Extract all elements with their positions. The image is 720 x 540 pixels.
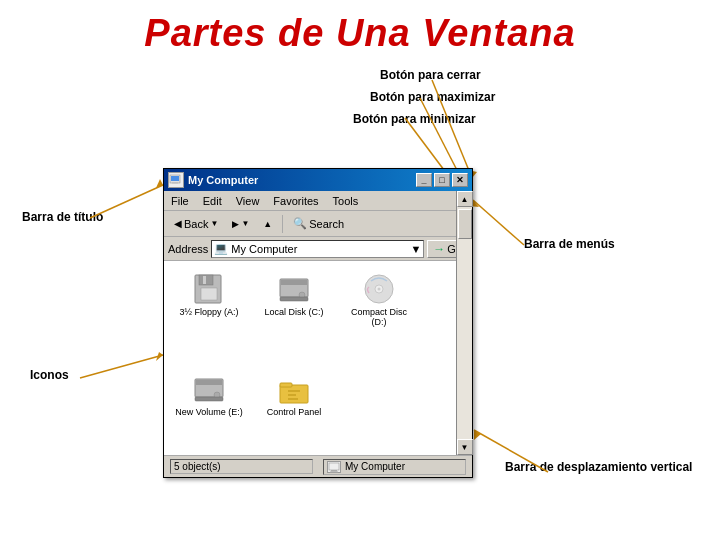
back-dropdown-icon: ▼ <box>210 219 218 228</box>
scroll-down-button[interactable]: ▼ <box>457 439 473 455</box>
menu-file[interactable]: File <box>168 194 192 208</box>
forward-icon: ▶ <box>232 219 239 229</box>
icon-floppy-label: 3½ Floppy (A:) <box>179 307 238 317</box>
svg-line-8 <box>473 200 524 245</box>
forward-button[interactable]: ▶ ▼ <box>226 217 255 231</box>
page-title: Partes de Una Ventana <box>0 0 720 55</box>
scroll-thumb[interactable] <box>458 209 472 239</box>
icon-floppy[interactable]: 3½ Floppy (A:) <box>174 271 244 317</box>
label-barra-desplazamiento: Barra de desplazamiento vertical <box>505 460 692 474</box>
menu-edit[interactable]: Edit <box>200 194 225 208</box>
label-boton-cerrar: Botón para cerrar <box>380 68 481 82</box>
up-icon: ▲ <box>263 219 272 229</box>
svg-marker-7 <box>156 179 163 188</box>
label-boton-minimizar: Botón para minimizar <box>353 112 476 126</box>
svg-rect-37 <box>329 463 339 470</box>
status-location: My Computer <box>323 459 466 475</box>
icon-cdrom-label: Compact Disc (D:) <box>344 307 414 327</box>
back-button[interactable]: ◀ Back ▼ <box>168 216 224 232</box>
minimize-button[interactable]: _ <box>416 173 432 187</box>
menu-view[interactable]: View <box>233 194 263 208</box>
close-button[interactable]: ✕ <box>452 173 468 187</box>
svg-rect-29 <box>196 380 222 385</box>
svg-rect-19 <box>201 288 217 300</box>
label-iconos: Iconos <box>30 368 69 382</box>
svg-marker-11 <box>156 352 163 361</box>
vertical-scrollbar[interactable]: ▲ ▼ <box>456 191 472 455</box>
svg-rect-16 <box>172 182 178 184</box>
window-title: My Computer <box>188 174 416 186</box>
icon-local-disk[interactable]: Local Disk (C:) <box>259 271 329 317</box>
svg-rect-38 <box>331 470 337 472</box>
scroll-up-button[interactable]: ▲ <box>457 191 473 207</box>
label-boton-maximizar: Botón para maximizar <box>370 90 495 104</box>
menu-favorites[interactable]: Favorites <box>270 194 321 208</box>
address-computer-icon: 💻 <box>214 242 228 255</box>
icon-cdrom[interactable]: Compact Disc (D:) <box>344 271 414 327</box>
window-icon <box>168 172 184 188</box>
back-icon: ◀ <box>174 218 182 229</box>
search-icon: 🔍 <box>293 217 307 230</box>
scroll-track[interactable] <box>457 207 472 439</box>
menu-tools[interactable]: Tools <box>330 194 362 208</box>
window-controls: _ □ ✕ <box>416 173 468 187</box>
status-bar: 5 object(s) My Computer <box>164 455 472 477</box>
icon-new-volume[interactable]: New Volume (E:) <box>174 371 244 417</box>
svg-rect-39 <box>330 471 338 472</box>
svg-rect-32 <box>280 385 308 403</box>
svg-point-27 <box>378 288 381 291</box>
address-label: Address <box>168 243 208 255</box>
svg-marker-13 <box>474 430 481 440</box>
icon-new-volume-label: New Volume (E:) <box>175 407 243 417</box>
search-button[interactable]: 🔍 Search <box>287 215 350 232</box>
go-arrow-icon: → <box>433 242 445 256</box>
address-dropdown-icon: ▼ <box>410 243 421 255</box>
status-computer-icon <box>327 461 341 473</box>
tool-bar: ◀ Back ▼ ▶ ▼ ▲ 🔍 Search » <box>164 211 472 237</box>
menu-bar: File Edit View Favorites Tools » <box>164 191 472 211</box>
svg-rect-20 <box>203 276 206 284</box>
svg-rect-15 <box>171 176 179 181</box>
svg-rect-24 <box>280 297 308 301</box>
status-objects: 5 object(s) <box>170 459 313 474</box>
icon-local-disk-label: Local Disk (C:) <box>264 307 323 317</box>
toolbar-separator <box>282 215 283 233</box>
label-barra-menus: Barra de menús <box>524 237 615 251</box>
address-bar: Address 💻 My Computer ▼ → Go <box>164 237 472 261</box>
file-content-area: 3½ Floppy (A:) Local Disk (C:) Compact <box>164 261 472 455</box>
address-input[interactable]: 💻 My Computer ▼ <box>211 240 424 258</box>
svg-rect-33 <box>280 383 292 387</box>
my-computer-window: My Computer _ □ ✕ File Edit View Favorit… <box>163 168 473 478</box>
icon-control-panel-label: Control Panel <box>267 407 322 417</box>
maximize-button[interactable]: □ <box>434 173 450 187</box>
label-barra-titulo: Barra de título <box>22 210 103 224</box>
svg-line-2 <box>420 98 461 178</box>
svg-rect-22 <box>281 280 307 285</box>
svg-rect-31 <box>195 397 223 401</box>
svg-line-10 <box>80 355 163 378</box>
up-button[interactable]: ▲ <box>257 217 278 231</box>
title-bar: My Computer _ □ ✕ <box>164 169 472 191</box>
icon-control-panel[interactable]: Control Panel <box>259 371 329 417</box>
forward-dropdown-icon: ▼ <box>241 219 249 228</box>
